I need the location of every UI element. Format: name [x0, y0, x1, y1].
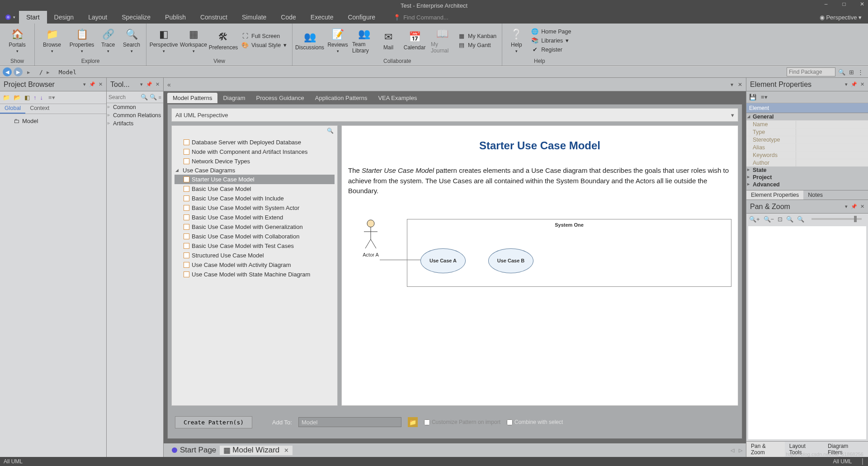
maximize-button[interactable]: □ [840, 1, 848, 7]
panzoom-canvas[interactable] [748, 226, 866, 439]
pb-tab-context[interactable]: Context [25, 104, 54, 114]
addto-input[interactable] [298, 417, 401, 427]
zoom-page-icon[interactable]: 🔍 [797, 216, 804, 223]
zoom-slider[interactable] [811, 218, 862, 220]
team-library-button[interactable]: 👥Team Library [352, 28, 376, 54]
panel-dropdown-icon[interactable]: ▾ [83, 81, 86, 87]
app-icon[interactable]: ▾ [5, 13, 15, 22]
tab-construct[interactable]: Construct [193, 11, 235, 24]
new-package-icon[interactable]: 📁 [3, 94, 10, 101]
browse-button[interactable]: 📁Browse▾ [38, 28, 66, 53]
discussions-button[interactable]: 👥Discussions [296, 31, 323, 51]
ep-dropdown-icon[interactable]: ▾ [845, 81, 848, 87]
pattern-item[interactable]: Network Device Types [175, 157, 335, 166]
pattern-item[interactable]: Basic Use Case Model with System Actor [175, 203, 335, 213]
tab-layout[interactable]: Layout [81, 11, 114, 24]
pattern-item[interactable]: Use Case Model with Activity Diagram [175, 260, 335, 270]
tab-code[interactable]: Code [274, 11, 303, 24]
breadcrumb-root[interactable]: / [39, 69, 43, 76]
pz-tab-panzoom[interactable]: Pan & Zoom [746, 442, 785, 457]
toolbox-search-icon[interactable]: 🔍 [141, 94, 148, 100]
tab-specialize[interactable]: Specialize [114, 11, 158, 24]
center-dropdown-icon[interactable]: ▾ [731, 81, 733, 88]
new-element-icon[interactable]: ◧ [24, 94, 30, 101]
perspective-dropdown[interactable]: All UML Perspective ▾ [171, 108, 738, 122]
ep-val-keywords[interactable] [796, 152, 868, 159]
tab-nav-right-icon[interactable]: ▷ [739, 447, 742, 453]
startpage-tab[interactable]: Start Page [167, 446, 220, 455]
pattern-item[interactable]: Structured Use Case Model [175, 251, 335, 260]
workspace-button[interactable]: ▦Workspace▾ [180, 28, 207, 53]
visualstyle-button[interactable]: 🎨Visual Style ▾ [240, 41, 288, 49]
ep-section-state[interactable]: State [746, 166, 868, 174]
view-options-icon[interactable]: ⊞ [849, 69, 854, 76]
ep-category[interactable]: Element [746, 103, 868, 113]
fullscreen-button[interactable]: ⛶Full Screen [240, 32, 288, 40]
panel-pin-icon[interactable]: 📌 [89, 81, 95, 87]
zoom-out-icon[interactable]: 🔍− [764, 216, 774, 223]
pb-tab-global[interactable]: Global [0, 104, 25, 114]
tab-execute[interactable]: Execute [303, 11, 341, 24]
toolbox-item-common[interactable]: Common [107, 103, 163, 111]
pattern-item-starter[interactable]: Starter Use Case Model [175, 175, 335, 184]
preferences-button[interactable]: 🛠Preferences [210, 31, 237, 51]
pattern-item[interactable]: Use Case Model with State Machine Diagra… [175, 270, 335, 279]
find-package-go-icon[interactable]: 🔍 [838, 69, 845, 76]
mail-button[interactable]: ✉Mail [378, 31, 398, 51]
register-button[interactable]: ✔Register [529, 46, 573, 54]
tab-nav-left-icon[interactable]: ◁ [731, 447, 734, 453]
portals-button[interactable]: 🏠 Portals▾ [4, 28, 31, 53]
wizard-tab-process-guidance[interactable]: Process Guidance [251, 93, 310, 103]
save-icon[interactable]: 💾 [749, 94, 756, 100]
perspective-button[interactable]: ◉ Perspective ▾ [820, 14, 862, 21]
pattern-item[interactable]: Basic Use Case Model with Include [175, 194, 335, 203]
perspective-large-button[interactable]: ◧Perspective▾ [150, 28, 177, 53]
modelwizard-tab[interactable]: ▦ Model Wizard ✕ [220, 446, 292, 455]
nav-back-button[interactable]: ◀ [3, 67, 12, 76]
ep-val-name[interactable] [796, 121, 868, 128]
tab-configure[interactable]: Configure [340, 11, 382, 24]
toolbox-item-artifacts[interactable]: Artifacts [107, 119, 163, 128]
toolbox-search-icon2[interactable]: 🔍 [150, 94, 157, 100]
gantt-button[interactable]: ▤My Gantt [456, 41, 498, 49]
menu-icon[interactable]: ⋮ [858, 69, 863, 76]
pattern-search-icon[interactable]: 🔍 [327, 128, 334, 134]
panel-close-icon[interactable]: ✕ [99, 81, 103, 87]
toolbox-pin-icon[interactable]: 📌 [146, 81, 152, 87]
reviews-button[interactable]: 📝Reviews▾ [326, 28, 349, 53]
tab-start[interactable]: Start [19, 11, 47, 24]
toolbox-item-common-relations[interactable]: Common Relations [107, 111, 163, 119]
wizard-tab-model-patterns[interactable]: Model Patterns [167, 93, 217, 103]
pattern-item[interactable]: Basic Use Case Model with Extend [175, 213, 335, 222]
pattern-category-usecase[interactable]: Use Case Diagrams [175, 166, 335, 175]
hamburger-icon[interactable]: ≡▾ [48, 94, 55, 101]
toolbox-menu-icon[interactable]: ≡ [159, 95, 161, 100]
trace-button[interactable]: 🔗Trace▾ [98, 28, 118, 53]
ep-menu-icon[interactable]: ≡▾ [761, 94, 768, 100]
pattern-item[interactable]: Basic Use Case Model [175, 184, 335, 194]
journal-button[interactable]: 📖My Journal [431, 28, 453, 54]
ep-section-advanced[interactable]: Advanced [746, 181, 868, 188]
pz-pin-icon[interactable]: 📌 [851, 204, 857, 209]
new-diagram-icon[interactable]: 📂 [14, 94, 21, 101]
minimize-button[interactable]: – [822, 1, 830, 7]
ep-pin-icon[interactable]: 📌 [851, 81, 857, 87]
pz-close-icon[interactable]: ✕ [860, 204, 864, 209]
calendar-button[interactable]: 📅Calendar [401, 31, 428, 51]
find-package-input[interactable] [787, 67, 835, 76]
ep-val-author[interactable] [796, 159, 868, 166]
find-command[interactable]: 📍 Find Command... [393, 14, 448, 21]
wizard-tab-application-patterns[interactable]: Application Patterns [310, 93, 373, 103]
kanban-button[interactable]: ▦My Kanban [456, 32, 498, 40]
collapse-chevron-icon[interactable]: « [167, 81, 171, 88]
down-icon[interactable]: ↓ [40, 94, 43, 101]
up-icon[interactable]: ↑ [33, 94, 37, 101]
help-button[interactable]: ❔Help▾ [506, 28, 527, 53]
toolbox-search-input[interactable] [108, 94, 139, 100]
ep-tab-notes[interactable]: Notes [803, 190, 827, 200]
pattern-item[interactable]: Node with Component and Artifact Instanc… [175, 147, 335, 157]
pz-dropdown-icon[interactable]: ▾ [845, 204, 848, 209]
properties-button[interactable]: 📋Properties▾ [68, 28, 95, 53]
ep-section-general[interactable]: General [746, 113, 868, 120]
ep-val-stereotype[interactable] [796, 136, 868, 143]
